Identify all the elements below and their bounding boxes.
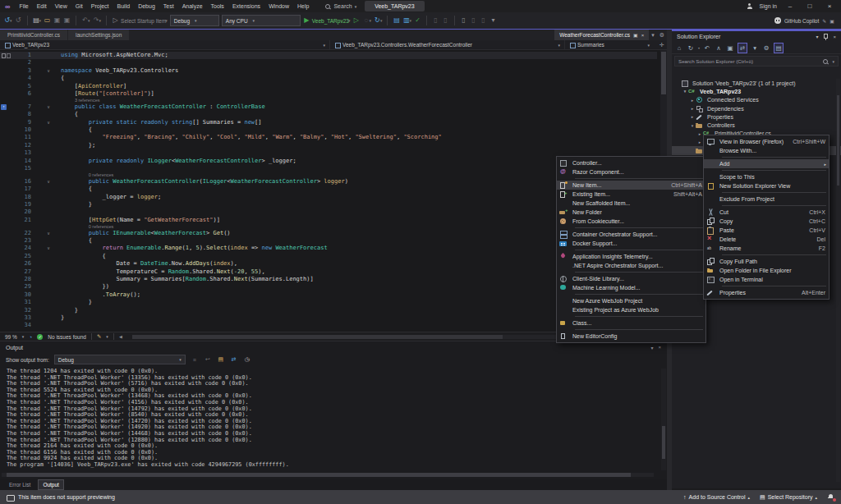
close-tab-icon[interactable]: × (641, 33, 645, 38)
add-menu-item-machine-learning-model[interactable]: Machine Learning Model... (557, 283, 705, 292)
tree-expander-icon[interactable]: ▸ (696, 131, 703, 136)
zoom-level-dropdown[interactable]: 99 % (5, 334, 17, 340)
pending-changes-filter-icon[interactable]: ▣ (726, 44, 734, 53)
menu-item-open-in-terminal[interactable]: Open in Terminal (704, 275, 829, 284)
menu-item-cut[interactable]: CutCtrl+X (704, 208, 829, 217)
add-menu-item-new-scaffolded-item[interactable]: New Scaffolded Item... (557, 199, 705, 208)
issues-label[interactable]: No issues found (48, 334, 86, 340)
menu-item-rename[interactable]: RenameF2 (704, 244, 829, 253)
menu-test[interactable]: Test (159, 0, 178, 12)
breadcrumb-project-dropdown[interactable]: Veeb_TARpv23 ▾ (0, 40, 330, 49)
clock-icon[interactable]: ◷ (243, 356, 251, 363)
menu-debug[interactable]: Debug (134, 0, 159, 12)
tab-list-dropdown-icon[interactable]: ▾ (649, 30, 657, 40)
tree-expander-icon[interactable]: ▸ (696, 140, 703, 144)
fold-chevron-icon[interactable]: ∨ (36, 230, 54, 237)
menu-edit[interactable]: Edit (33, 0, 51, 12)
keep-open-icon[interactable]: ▣ (633, 32, 638, 38)
suggestion-icon[interactable]: ◔ (29, 334, 32, 340)
feedback-icon[interactable]: ✓ (414, 15, 421, 26)
menu-analyze[interactable]: Analyze (178, 0, 207, 12)
menu-item-properties[interactable]: PropertiesAlt+Enter (704, 288, 829, 297)
tab-primitiividcontroller-cs[interactable]: PrimitiividController.cs (0, 30, 67, 40)
copilot-chat-icon[interactable]: ▣ (830, 18, 834, 24)
add-menu-item-new-editorconfig[interactable]: New EditorConfig (557, 332, 705, 341)
toolbar-overflow-icon[interactable]: ▾ (489, 15, 497, 26)
github-copilot-badge[interactable]: GitHub Copilot ✎ ▣ (774, 17, 841, 24)
fold-chevron-icon[interactable]: ∨ (36, 178, 54, 186)
tree-item-veeb-tarpv23[interactable]: ▾Veeb_TARpv23 (672, 87, 841, 95)
select-startup-item-button[interactable]: ▷Select Startup Item▾ (112, 15, 168, 26)
clear-all-icon[interactable]: ▤ (217, 356, 225, 363)
copilot-edit-icon[interactable]: ✎ (822, 18, 826, 24)
new-file-icon[interactable]: ▤▾ (33, 15, 42, 26)
menu-view[interactable]: View (51, 0, 71, 12)
menu-extensions[interactable]: Extensions (228, 0, 264, 12)
save-all-icon[interactable]: ▣ (63, 15, 71, 26)
restore-icon[interactable]: ↶ (703, 44, 711, 53)
navigate-group-icon[interactable]: ▯ (432, 15, 439, 26)
add-menu-item-new-azure-webjob-project[interactable]: New Azure WebJob Project (557, 296, 705, 305)
code-cleanup-icon[interactable]: ✎ (97, 333, 101, 340)
fold-chevron-icon[interactable]: ∨ (36, 245, 54, 252)
tab-launchsettings-json[interactable]: launchSettings.json (68, 30, 129, 40)
add-menu-item-application-insights-telemetry[interactable]: Application Insights Telemetry... (557, 252, 705, 261)
tab-error-list[interactable]: Error List (5, 480, 34, 489)
tree-expander-icon[interactable]: ▸ (689, 114, 696, 119)
menu-item-new-solution-explorer-view[interactable]: New Solution Explorer View (704, 181, 829, 190)
navigate-group2-icon[interactable]: ▯ (442, 15, 449, 26)
tree-expander-icon[interactable]: ▸ (689, 98, 696, 103)
close-button[interactable]: × (823, 2, 836, 10)
menu-item-copy[interactable]: CopyCtrl+C (704, 217, 829, 226)
menu-help[interactable]: Help (293, 0, 313, 12)
maximize-button[interactable]: □ (803, 2, 816, 10)
bookmark-next-icon[interactable]: ▯ (480, 15, 487, 26)
menu-item-scope-to-this[interactable]: Scope to This (704, 172, 829, 181)
menu-tools[interactable]: Tools (207, 0, 228, 12)
menu-item-paste[interactable]: PasteCtrl+V (704, 226, 829, 235)
nav-forward-icon[interactable]: ↺ (15, 15, 22, 26)
nav-back-icon[interactable]: ↺▾ (3, 15, 12, 26)
scroll-left-icon[interactable]: ◀ (119, 334, 122, 339)
tree-item-controllers[interactable]: ▾Controllers (672, 121, 841, 129)
menu-item-browse-with[interactable]: Browse With... (704, 146, 829, 155)
solution-explorer-scrollbar[interactable] (836, 79, 840, 482)
open-folder-icon[interactable]: ▭ (44, 15, 51, 26)
add-menu-item-from-cookiecutter[interactable]: From Cookiecutter... (557, 217, 705, 226)
switch-views-icon[interactable]: ⌂ (675, 44, 683, 53)
add-menu-item-class[interactable]: Class... (557, 318, 705, 328)
notifications-bell-icon[interactable] (827, 493, 834, 501)
sync-active-document-icon[interactable]: ⇄ (738, 43, 747, 53)
live-share-icon[interactable]: ▥▾ (402, 15, 411, 26)
menu-item-copy-full-path[interactable]: Copy Full Path (704, 257, 829, 266)
tree-item-solution-veeb-tarpv23-1-of-1-project[interactable]: Solution 'Veeb_TARpv23' (1 of 1 project) (672, 79, 841, 87)
toggle-autoscroll-icon[interactable]: ⇄ (230, 356, 238, 363)
messages-icon[interactable]: ≡ (191, 357, 199, 363)
window-position-icon[interactable]: ▾ (650, 345, 653, 351)
output-vertical-scrollbar[interactable] (661, 369, 666, 470)
add-menu-item-existing-item[interactable]: Existing Item...Shift+Alt+A (557, 190, 705, 199)
hot-reload-icon[interactable]: ◌▾ (362, 15, 371, 26)
output-log[interactable]: The thread 1204 has exited with code 0 (… (0, 369, 654, 470)
undo-icon[interactable]: ↶▾ (81, 15, 90, 26)
start-without-debugging-icon[interactable]: ▷ (352, 15, 360, 26)
menu-build[interactable]: Build (113, 0, 135, 12)
redo-icon[interactable]: ↷▾ (93, 15, 102, 26)
tab-weatherforecastcontroller[interactable]: WeatherForecastController.cs ▣ × (554, 30, 649, 40)
split-window-button[interactable]: ✛ (657, 40, 667, 49)
add-menu-item-client-side-library[interactable]: Client-Side Library... (557, 274, 705, 283)
collapse-all-icon[interactable]: ∧ (715, 44, 723, 53)
menu-item-open-folder-in-file-explorer[interactable]: Open Folder in File Explorer (704, 266, 829, 275)
close-panel-icon[interactable]: × (658, 345, 661, 351)
output-horizontal-scrollbar[interactable] (2, 473, 654, 477)
tree-expander-icon[interactable]: ▾ (689, 123, 696, 128)
add-menu-item-net-aspire-orchestrator-support[interactable]: .NET Aspire Orchestrator Support... (557, 261, 705, 270)
show-all-files-icon[interactable]: ▤ (774, 43, 784, 53)
add-menu-item-razor-component[interactable]: Razor Component... (557, 167, 705, 176)
chevron-down-icon[interactable]: ▾ (816, 34, 818, 39)
tree-item-connected-services[interactable]: ▸Connected Services (672, 96, 841, 104)
add-to-source-control-button[interactable]: ↑ Add to Source Control ▴ (683, 494, 750, 500)
add-menu-item-docker-support[interactable]: Docker Support... (557, 239, 705, 248)
add-menu-item-new-item[interactable]: New Item...Ctrl+Shift+A (557, 181, 705, 190)
select-repository-button[interactable]: ▤ Select Repository ▴ (760, 494, 817, 501)
